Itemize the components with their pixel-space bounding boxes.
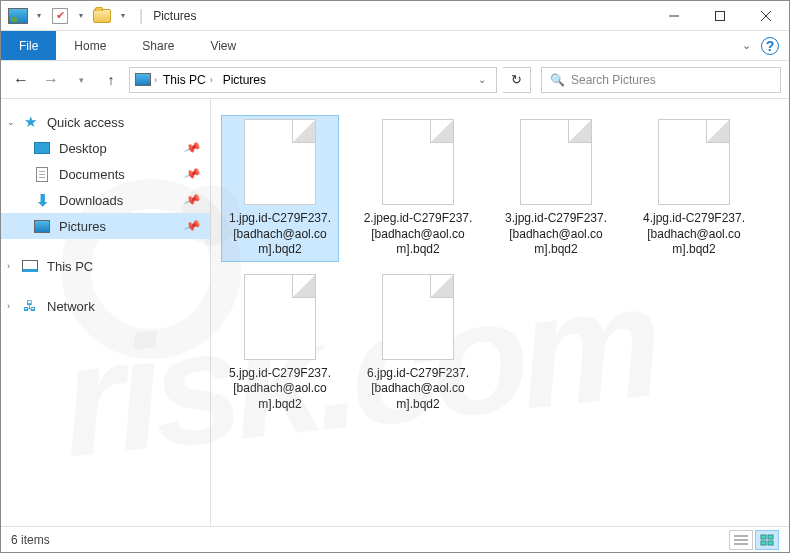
sidebar-item-documents[interactable]: Documents 📌 [1,161,210,187]
file-item[interactable]: 1.jpg.id-C279F237.[badhach@aol.com].bqd2 [221,115,339,262]
quick-access-toolbar: ▾ ✔ ▾ ▾ | Pictures [1,5,197,27]
file-icon [520,119,592,205]
pictures-icon [33,218,51,234]
file-item[interactable]: 4.jpg.id-C279F237.[badhach@aol.com].bqd2 [635,115,753,262]
file-icon [244,274,316,360]
svg-rect-8 [768,535,773,539]
sidebar-item-label: Quick access [47,115,124,130]
breadcrumb-label: Pictures [223,73,266,87]
minimize-button[interactable] [651,1,697,31]
up-button[interactable]: ↑ [99,68,123,92]
sidebar-item-label: Pictures [59,219,106,234]
svg-rect-7 [761,535,766,539]
svg-rect-1 [716,11,725,20]
pin-icon: 📌 [183,165,202,183]
sidebar-item-label: Downloads [59,193,123,208]
address-dropdown-icon[interactable]: ⌄ [472,74,492,85]
qat-folder-icon[interactable] [91,5,113,27]
thumbnails-icon [760,534,774,546]
file-name: 1.jpg.id-C279F237.[badhach@aol.com].bqd2 [225,211,335,258]
sidebar-item-downloads[interactable]: ⬇ Downloads 📌 [1,187,210,213]
minimize-icon [668,10,680,22]
sidebar-network[interactable]: › 🖧 Network [1,293,210,319]
app-icon[interactable] [7,5,29,27]
breadcrumb-this-pc[interactable]: This PC› [159,73,217,87]
status-count: 6 items [11,533,50,547]
close-icon [760,10,772,22]
details-icon [734,534,748,546]
explorer-window: ▾ ✔ ▾ ▾ | Pictures File Home Share View … [0,0,790,553]
file-name: 5.jpg.id-C279F237.[badhach@aol.com].bqd2 [225,366,335,413]
qat-app-dropdown-icon[interactable]: ▾ [37,11,41,20]
file-grid[interactable]: 1.jpg.id-C279F237.[badhach@aol.com].bqd2… [211,99,789,526]
file-icon [382,119,454,205]
file-name: 6.jpg.id-C279F237.[badhach@aol.com].bqd2 [363,366,473,413]
window-controls [651,1,789,31]
file-icon [382,274,454,360]
pin-icon: 📌 [183,191,202,209]
file-item[interactable]: 2.jpeg.id-C279F237.[badhach@aol.com].bqd… [359,115,477,262]
address-icon [134,72,152,88]
desktop-icon [33,140,51,156]
titlebar: ▾ ✔ ▾ ▾ | Pictures [1,1,789,31]
search-input[interactable]: 🔍 Search Pictures [541,67,781,93]
sidebar: ⌄ ★ Quick access Desktop 📌 Documents 📌 ⬇… [1,99,211,526]
sidebar-item-pictures[interactable]: Pictures 📌 [1,213,210,239]
file-item[interactable]: 5.jpg.id-C279F237.[badhach@aol.com].bqd2 [221,270,339,417]
pin-icon: 📌 [183,139,202,157]
chevron-right-icon[interactable]: › [210,75,213,85]
chevron-right-icon[interactable]: › [7,301,10,311]
chevron-right-icon[interactable]: › [7,261,10,271]
tab-share[interactable]: Share [124,31,192,60]
pin-icon: 📌 [183,217,202,235]
help-button[interactable]: ? [761,37,779,55]
address-bar[interactable]: › This PC› Pictures ⌄ [129,67,497,93]
file-icon [244,119,316,205]
recent-locations-button[interactable]: ▾ [69,68,93,92]
sidebar-item-desktop[interactable]: Desktop 📌 [1,135,210,161]
qat-properties-icon[interactable]: ✔ [49,5,71,27]
search-icon: 🔍 [550,73,565,87]
ribbon: File Home Share View ⌄ ? [1,31,789,61]
sidebar-this-pc[interactable]: › This PC [1,253,210,279]
view-details-button[interactable] [729,530,753,550]
view-switcher [729,530,779,550]
network-icon: 🖧 [21,298,39,314]
sidebar-item-label: Network [47,299,95,314]
back-button[interactable]: ← [9,68,33,92]
window-title: Pictures [153,9,196,23]
file-item[interactable]: 3.jpg.id-C279F237.[badhach@aol.com].bqd2 [497,115,615,262]
close-button[interactable] [743,1,789,31]
pc-icon [21,258,39,274]
qat-customize-dropdown-icon[interactable]: ▾ [79,11,83,20]
file-name: 2.jpeg.id-C279F237.[badhach@aol.com].bqd… [363,211,473,258]
tab-home[interactable]: Home [56,31,124,60]
file-item[interactable]: 6.jpg.id-C279F237.[badhach@aol.com].bqd2 [359,270,477,417]
sidebar-item-label: This PC [47,259,93,274]
breadcrumb-pictures[interactable]: Pictures [219,73,270,87]
ribbon-expand-button[interactable]: ⌄ [731,31,761,60]
svg-rect-10 [768,541,773,545]
tab-file[interactable]: File [1,31,56,60]
chevron-right-icon[interactable]: › [154,75,157,85]
refresh-button[interactable]: ↻ [503,67,531,93]
file-name: 3.jpg.id-C279F237.[badhach@aol.com].bqd2 [501,211,611,258]
sidebar-item-label: Documents [59,167,125,182]
forward-button[interactable]: → [39,68,63,92]
chevron-down-icon[interactable]: ⌄ [7,117,15,127]
star-icon: ★ [21,114,39,130]
file-name: 4.jpg.id-C279F237.[badhach@aol.com].bqd2 [639,211,749,258]
qat-dropdown-icon[interactable]: ▾ [121,11,125,20]
tab-view[interactable]: View [192,31,254,60]
sidebar-quick-access[interactable]: ⌄ ★ Quick access [1,109,210,135]
breadcrumb-label: This PC [163,73,206,87]
download-icon: ⬇ [33,192,51,208]
maximize-icon [714,10,726,22]
statusbar: 6 items [1,526,789,552]
file-icon [658,119,730,205]
svg-rect-9 [761,541,766,545]
maximize-button[interactable] [697,1,743,31]
navbar: ← → ▾ ↑ › This PC› Pictures ⌄ ↻ 🔍 Search… [1,61,789,99]
body: risk.com ⌄ ★ Quick access Desktop 📌 Docu… [1,99,789,526]
view-thumbnails-button[interactable] [755,530,779,550]
